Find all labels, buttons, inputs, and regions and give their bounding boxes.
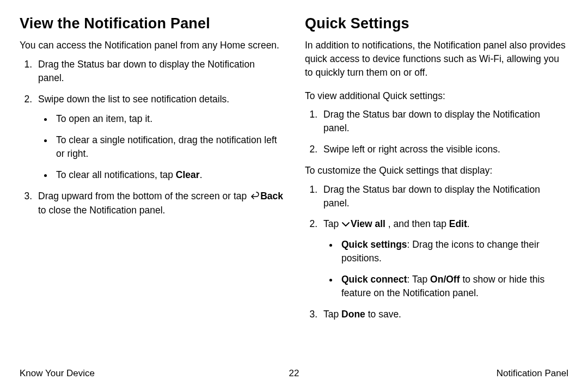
left-step-3-post: to close the Notification panel. xyxy=(38,205,165,216)
cust-step-3: Tap Done to save. xyxy=(320,308,568,321)
left-steps: Drag the Status bar down to display the … xyxy=(20,58,283,217)
customize-steps: Drag the Status bar down to display the … xyxy=(305,183,568,321)
bullet-clear-all-pre: To clear all notifications, tap xyxy=(56,169,176,180)
bullet-open-item: To open an item, tap it. xyxy=(53,112,283,126)
left-step-3: Drag upward from the bottom of the scree… xyxy=(35,189,283,217)
quick-connect-mid: : Tap xyxy=(407,274,431,285)
footer-left: Know Your Device xyxy=(20,368,95,379)
back-label: Back xyxy=(260,191,283,201)
heading-view-notification-panel: View the Notification Panel xyxy=(20,15,283,32)
bullet-quick-settings: Quick settings: Drag the icons to change… xyxy=(339,238,568,265)
intro-text: You can access the Notification panel fr… xyxy=(20,39,283,52)
left-step-2-text: Swipe down the list to see notification … xyxy=(38,94,229,105)
footer-right: Notification Panel xyxy=(497,368,568,379)
view-all-label: View all xyxy=(351,218,385,229)
view-step-1: Drag the Status bar down to display the … xyxy=(320,108,568,135)
view-additional-intro: To view additional Quick settings: xyxy=(305,89,568,103)
bullet-quick-connect: Quick connect: Tap On/Off to show or hid… xyxy=(339,273,568,300)
cust-step-2-mid: , and then tap xyxy=(385,218,449,229)
left-step-3-pre: Drag upward from the bottom of the scree… xyxy=(38,191,249,201)
quick-settings-intro: In addition to notifications, the Notifi… xyxy=(305,39,568,79)
cust-step-2-post: . xyxy=(467,218,470,229)
chevron-down-icon xyxy=(341,218,350,231)
footer-page-number: 22 xyxy=(289,368,299,379)
quick-connect-label: Quick connect xyxy=(341,274,407,285)
left-step-2-bullets: To open an item, tap it. To clear a sing… xyxy=(38,112,283,181)
bullet-clear-single: To clear a single notification, drag the… xyxy=(53,133,283,161)
bullet-clear-all-post: . xyxy=(200,169,203,180)
view-steps: Drag the Status bar down to display the … xyxy=(305,108,568,156)
clear-label: Clear xyxy=(176,169,200,180)
done-label: Done xyxy=(341,309,365,320)
back-icon xyxy=(249,190,259,204)
bullet-clear-all: To clear all notifications, tap Clear. xyxy=(53,168,283,182)
heading-quick-settings: Quick Settings xyxy=(305,15,568,32)
cust-step-2-pre: Tap xyxy=(323,218,341,229)
left-step-2: Swipe down the list to see notification … xyxy=(35,93,283,182)
on-off-label: On/Off xyxy=(430,274,460,285)
page-footer: Know Your Device 22 Notification Panel xyxy=(20,368,568,379)
left-column: View the Notification Panel You can acce… xyxy=(20,15,283,328)
cust-step-3-pre: Tap xyxy=(323,309,341,320)
view-step-2: Swipe left or right across the visible i… xyxy=(320,143,568,156)
edit-label: Edit xyxy=(449,218,467,229)
left-step-1: Drag the Status bar down to display the … xyxy=(35,58,283,85)
quick-settings-label: Quick settings xyxy=(341,239,407,250)
cust-step-1: Drag the Status bar down to display the … xyxy=(320,183,568,210)
cust-step-2: Tap View all , and then tap Edit. Quick … xyxy=(320,217,568,299)
cust-step-2-bullets: Quick settings: Drag the icons to change… xyxy=(323,238,568,299)
customize-intro: To customize the Quick settings that dis… xyxy=(305,164,568,177)
right-column: Quick Settings In addition to notificati… xyxy=(305,15,568,328)
cust-step-3-post: to save. xyxy=(365,309,401,320)
